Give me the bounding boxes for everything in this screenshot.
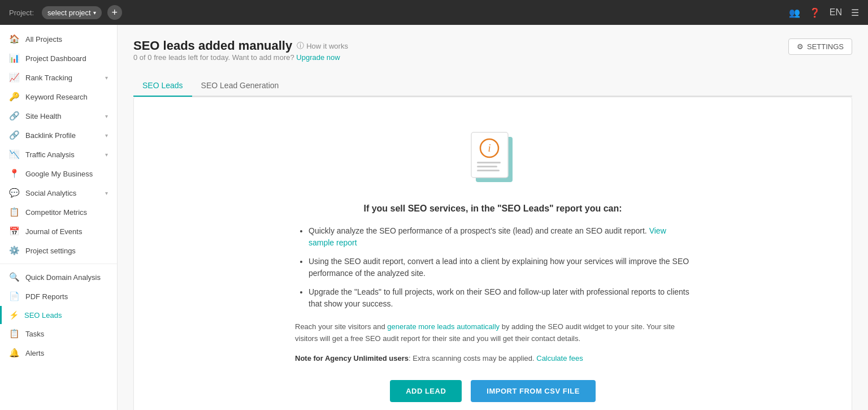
add-project-button[interactable]: + [107,5,122,20]
reach-note: Reach your site visitors and generate mo… [295,321,691,345]
sidebar-item-competitor-metrics[interactable]: 📋 Competitor Metrics [0,202,117,222]
bullet-text-3: Upgrade the "Leads" to full projects, wo… [309,287,689,308]
tabs-container: SEO Leads SEO Lead Generation [133,75,852,97]
how-it-works-label: How it works [306,42,348,50]
generate-leads-link[interactable]: generate more leads automatically [387,322,500,331]
sidebar: 🏠 All Projects 📊 Project Dashboard 📈 Ran… [0,25,118,410]
svg-rect-8 [477,166,497,167]
sidebar-item-keyword-research[interactable]: 🔑 Keyword Research [0,87,117,106]
sidebar-item-all-projects[interactable]: 🏠 All Projects [0,29,117,49]
bullet-text-2: Using the SEO audit report, convert a le… [309,257,689,278]
sidebar-label-site-health: Site Health [25,112,62,120]
list-item-3: Upgrade the "Leads" to full projects, wo… [309,286,691,310]
sidebar-label-rank-tracking: Rank Tracking [25,74,72,82]
sidebar-label-seo-leads: SEO Leads [24,311,62,320]
sidebar-label-google-my-business: Google My Business [25,170,93,178]
sidebar-item-journal-of-events[interactable]: 📅 Journal of Events [0,222,117,241]
backlink-icon: 🔗 [9,130,20,140]
illustration-container: i [150,120,836,188]
sidebar-item-rank-tracking[interactable]: 📈 Rank Tracking ▾ [0,68,117,87]
site-health-icon: 🔗 [9,111,20,121]
users-icon[interactable]: 👥 [789,7,800,18]
page-header: SEO leads added manually ⓘ How it works … [133,38,852,72]
svg-text:i: i [488,143,491,154]
sidebar-item-seo-leads[interactable]: ⚡ SEO Leads [0,306,117,324]
project-label: Project: [9,8,34,17]
sidebar-label-backlink-profile: Backlink Profile [25,131,76,140]
sidebar-item-project-settings[interactable]: ⚙️ Project settings [0,241,117,260]
main-inner: SEO leads added manually ⓘ How it works … [118,25,868,410]
search-icon: 🔍 [9,272,20,282]
info-section: If you sell SEO services, in the "SEO Le… [295,204,691,402]
list-item: Quickly analyze the SEO performance of a… [309,225,691,249]
chevron-right-icon-4: ▾ [105,152,108,158]
add-lead-button[interactable]: ADD LEAD [390,380,462,402]
keyword-icon: 🔑 [9,92,20,102]
sidebar-label-all-projects: All Projects [25,35,62,44]
sidebar-divider [0,264,117,264]
sidebar-item-project-dashboard[interactable]: 📊 Project Dashboard [0,49,117,68]
project-select-label: select project [47,8,91,17]
chevron-right-icon: ▾ [105,75,108,81]
agency-note: Note for Agency Unlimited users: Extra s… [295,353,691,365]
info-title: If you sell SEO services, in the "SEO Le… [295,204,691,214]
sidebar-item-pdf-reports[interactable]: 📄 PDF Reports [0,287,117,306]
bullet-text-1: Quickly analyze the SEO performance of a… [309,226,649,235]
action-buttons: ADD LEAD IMPORT FROM CSV FILE [295,380,691,402]
sidebar-item-quick-domain-analysis[interactable]: 🔍 Quick Domain Analysis [0,267,117,287]
language-selector[interactable]: EN [830,7,842,18]
page-title-section: SEO leads added manually ⓘ How it works … [133,38,348,72]
home-icon: 🏠 [9,34,20,44]
pdf-icon: 📄 [9,291,20,301]
gear-icon: ⚙ [797,42,804,51]
tab-seo-leads[interactable]: SEO Leads [133,75,192,97]
content-card: i If you sell SEO services, in the "SEO … [133,97,852,410]
tab-seo-lead-generation[interactable]: SEO Lead Generation [192,75,288,97]
chevron-right-icon-3: ▾ [105,132,108,139]
info-circle-icon: ⓘ [297,41,304,51]
tasks-icon: 📋 [9,329,20,339]
sidebar-label-competitor-metrics: Competitor Metrics [25,208,87,217]
sidebar-label-quick-domain: Quick Domain Analysis [25,273,101,282]
bolt-icon: ⚡ [9,310,19,320]
sidebar-label-keyword-research: Keyword Research [25,93,88,101]
list-item-2: Using the SEO audit report, convert a le… [309,256,691,279]
chevron-right-icon-2: ▾ [105,113,108,119]
sidebar-label-tasks: Tasks [25,330,44,338]
sidebar-label-project-dashboard: Project Dashboard [25,54,86,63]
project-select-button[interactable]: select project ▾ [42,6,102,19]
sidebar-label-project-settings: Project settings [25,247,76,255]
calculate-fees-link[interactable]: Calculate fees [536,354,583,362]
settings-btn-label: SETTINGS [807,42,844,51]
sidebar-item-google-my-business[interactable]: 📍 Google My Business [0,164,117,183]
how-it-works-link[interactable]: ⓘ How it works [297,41,348,51]
gmb-icon: 📍 [9,169,20,179]
layout: 🏠 All Projects 📊 Project Dashboard 📈 Ran… [0,25,868,410]
sidebar-label-pdf-reports: PDF Reports [25,292,68,301]
sidebar-item-alerts[interactable]: 🔔 Alerts [0,343,117,362]
import-csv-button[interactable]: IMPORT FROM CSV FILE [471,380,596,402]
sidebar-item-tasks[interactable]: 📋 Tasks [0,324,117,343]
dashboard-icon: 📊 [9,53,20,63]
settings-button[interactable]: ⚙ SETTINGS [788,38,852,55]
sidebar-item-traffic-analysis[interactable]: 📉 Traffic Analysis ▾ [0,145,117,164]
seo-leads-illustration: i [459,120,527,188]
reach-note-text: Reach your site visitors and [295,322,385,331]
sidebar-item-site-health[interactable]: 🔗 Site Health ▾ [0,106,117,126]
journal-icon: 📅 [9,226,20,236]
agency-note-bold: Note for Agency Unlimited users [295,354,409,362]
sidebar-item-social-analytics[interactable]: 💬 Social Analytics ▾ [0,183,117,202]
main-content: SEO leads added manually ⓘ How it works … [118,25,868,410]
info-list: Quickly analyze the SEO performance of a… [295,225,691,310]
sidebar-item-backlink-profile[interactable]: 🔗 Backlink Profile ▾ [0,126,117,145]
upgrade-link[interactable]: Upgrade now [296,53,340,62]
sidebar-label-journal-of-events: Journal of Events [25,227,82,236]
sidebar-label-social-analytics: Social Analytics [25,189,76,197]
competitor-icon: 📋 [9,207,20,217]
social-icon: 💬 [9,188,20,198]
help-icon[interactable]: ❓ [809,7,821,18]
alerts-icon: 🔔 [9,348,20,358]
menu-icon[interactable]: ☰ [851,7,859,18]
page-title-row: SEO leads added manually ⓘ How it works [133,38,348,53]
agency-note-text: : Extra scanning costs may be applied. [409,354,535,362]
